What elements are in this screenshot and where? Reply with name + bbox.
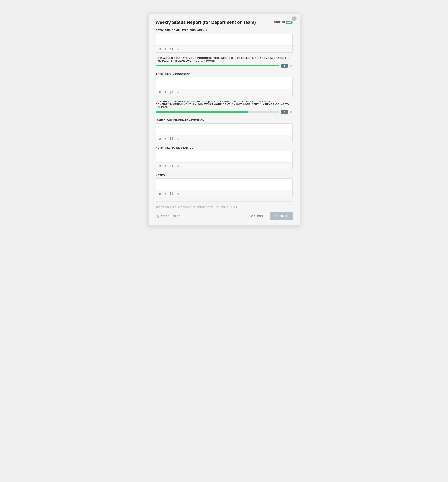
emoji-icon-5: ☺ (177, 192, 180, 195)
progress-slider-track (156, 65, 279, 66)
close-button[interactable]: × (292, 16, 297, 21)
link-button-5[interactable]: ⛓ (169, 192, 174, 196)
issues-editor: B I ⛓ ☺ (156, 123, 293, 142)
link-button-1[interactable]: ⛓ (169, 47, 174, 51)
link-icon-3: ⛓ (170, 137, 173, 140)
link-icon-2: ⛓ (170, 91, 173, 94)
emoji-button-4[interactable]: ☺ (176, 164, 181, 168)
confidence-slider-clear[interactable]: ✕ (290, 110, 293, 114)
brand-badge: net (286, 21, 293, 24)
submit-button[interactable]: SUBMIT (270, 212, 293, 220)
issues-toolbar: B I ⛓ ☺ (156, 135, 292, 142)
paperclip-icon: 📎 (156, 215, 159, 218)
activities-to-start-input[interactable] (156, 151, 292, 163)
required-indicator: ★ (205, 29, 208, 32)
link-icon-4: ⛓ (170, 164, 173, 168)
progress-slider-clear[interactable]: ✕ (290, 64, 293, 68)
italic-button-5[interactable]: I (164, 192, 167, 196)
activities-completed-label: ACTIVITIES COMPLETED THIS WEEK★ (156, 29, 293, 32)
link-button-4[interactable]: ⛓ (169, 164, 174, 168)
italic-button-1[interactable]: I (164, 47, 167, 51)
confidence-slider-track (156, 111, 279, 113)
activities-in-progress-editor: B I ⛓ ☺ (156, 77, 293, 96)
emoji-icon-1: ☺ (177, 47, 180, 51)
confidence-rating-label: CONFIDENCE IN MEETING DEADLINES (5 = VER… (156, 100, 293, 108)
emoji-icon-3: ☺ (177, 137, 180, 140)
action-buttons: CANCEL SUBMIT (248, 212, 293, 220)
progress-rating-label: HOW WOULD YOU RATE YOUR PROGRESS THIS WE… (156, 57, 293, 62)
modal-container: × Weekly Status Report (for Department o… (148, 13, 300, 225)
activities-completed-editor: B I ⛓ ☺ (156, 34, 293, 53)
notes-toolbar: B I ⛓ ☺ (156, 190, 292, 197)
link-icon-1: ⛓ (170, 47, 173, 51)
progress-slider-value: 5 (281, 64, 288, 68)
emoji-icon-2: ☺ (177, 91, 180, 94)
activities-to-start-toolbar: B I ⛓ ☺ (156, 163, 292, 169)
emoji-button-1[interactable]: ☺ (176, 47, 181, 51)
bold-button-2[interactable]: B (158, 90, 162, 95)
progress-slider-row: 5 ✕ (156, 64, 293, 68)
activities-in-progress-input[interactable] (156, 77, 292, 89)
italic-button-3[interactable]: I (164, 137, 167, 141)
activities-completed-input[interactable] (156, 34, 292, 46)
issues-label: ISSUES FOR IMMEDIATE ATTENTION (156, 119, 293, 122)
bold-button-1[interactable]: B (158, 47, 162, 51)
footer-section: The maximum file size allowed per upload… (156, 201, 293, 220)
emoji-button-3[interactable]: ☺ (176, 137, 181, 141)
activities-completed-toolbar: B I ⛓ ☺ (156, 46, 292, 52)
emoji-icon-4: ☺ (177, 164, 180, 168)
italic-button-4[interactable]: I (164, 164, 167, 168)
link-button-3[interactable]: ⛓ (169, 137, 174, 141)
cancel-button[interactable]: CANCEL (248, 212, 268, 220)
issues-input[interactable] (156, 124, 292, 135)
progress-rating-section: HOW WOULD YOU RATE YOUR PROGRESS THIS WE… (156, 57, 293, 68)
notes-label: NOTES (156, 174, 293, 177)
link-button-2[interactable]: ⛓ (169, 90, 174, 95)
confidence-slider-value: 4 (281, 110, 288, 114)
link-icon-5: ⛓ (170, 192, 173, 195)
attach-files-label: ATTACH FILES (160, 215, 181, 218)
footer-actions: 📎 ATTACH FILES CANCEL SUBMIT (156, 212, 293, 220)
emoji-button-5[interactable]: ☺ (176, 192, 181, 196)
modal-header: Weekly Status Report (for Department or … (156, 20, 293, 25)
emoji-button-2[interactable]: ☺ (176, 90, 181, 95)
activities-in-progress-toolbar: B I ⛓ ☺ (156, 89, 292, 96)
brand-text: status (274, 20, 285, 24)
bold-button-5[interactable]: B (158, 192, 162, 196)
notes-input[interactable] (156, 178, 292, 190)
bold-button-3[interactable]: B (158, 137, 162, 141)
confidence-rating-section: CONFIDENCE IN MEETING DEADLINES (5 = VER… (156, 100, 293, 114)
brand-logo: status net (274, 20, 293, 24)
activities-in-progress-label: ACTIVITIES IN PROGRESS (156, 73, 293, 75)
notes-editor: B I ⛓ ☺ (156, 178, 293, 197)
file-size-note: The maximum file size allowed per upload… (156, 206, 293, 209)
activities-to-start-editor: B I ⛓ ☺ (156, 151, 293, 170)
bold-button-4[interactable]: B (158, 164, 162, 168)
confidence-slider-row: 4 ✕ (156, 110, 293, 114)
activities-to-start-label: ACTIVITIES TO BE STARTED (156, 146, 293, 149)
modal-title: Weekly Status Report (for Department or … (156, 20, 256, 25)
attach-files-button[interactable]: 📎 ATTACH FILES (156, 215, 181, 218)
italic-button-2[interactable]: I (164, 90, 167, 95)
